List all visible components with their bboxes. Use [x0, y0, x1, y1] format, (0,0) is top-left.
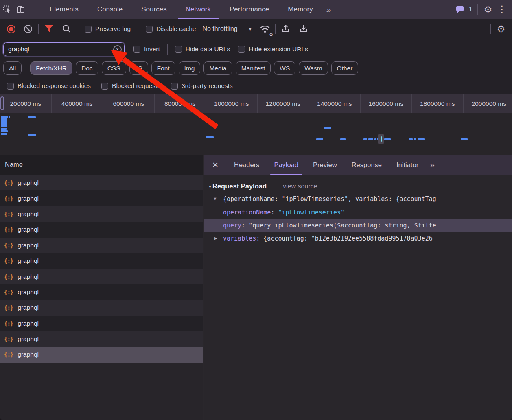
timeline-scroll-handle[interactable]: [0, 96, 4, 110]
expander-icon[interactable]: ▼: [214, 192, 217, 206]
name-column-header[interactable]: Name: [0, 155, 203, 175]
filter-chip-all[interactable]: All: [3, 61, 22, 75]
waterfall-bar[interactable]: [9, 116, 10, 118]
tab-sources[interactable]: Sources: [132, 0, 176, 19]
search-icon[interactable]: [60, 22, 74, 36]
filter-chip-wasm[interactable]: Wasm: [299, 61, 328, 75]
tab-network[interactable]: Network: [176, 0, 220, 19]
waterfall-bar[interactable]: [374, 138, 376, 140]
close-details-icon[interactable]: ✕: [204, 155, 227, 175]
request-row[interactable]: {:}graphql: [0, 300, 203, 315]
waterfall-bar[interactable]: [340, 138, 346, 140]
payload-entry-variables[interactable]: ▶variables: {accountTag: "b12e3b2192ee55…: [204, 232, 512, 245]
invert-checkbox[interactable]: Invert: [133, 46, 160, 53]
filter-chip-ws[interactable]: WS: [274, 61, 295, 75]
filter-input[interactable]: [3, 42, 125, 56]
waterfall-bar[interactable]: [418, 138, 425, 140]
waterfall-bar[interactable]: [414, 138, 416, 140]
waterfall-bar[interactable]: [1, 130, 8, 132]
checkbox-box[interactable]: [171, 83, 178, 90]
disable-cache-checkbox[interactable]: Disable cache: [146, 25, 196, 33]
detail-tab-initiator[interactable]: Initiator: [389, 155, 426, 175]
payload-entry-operationname[interactable]: operationName: "ipFlowTimeseries": [204, 206, 512, 219]
more-tabs-icon[interactable]: »: [322, 4, 335, 14]
checkbox-box[interactable]: [146, 26, 153, 33]
waterfall-bar[interactable]: [324, 127, 331, 129]
detail-tab-response[interactable]: Response: [344, 155, 389, 175]
waterfall-bar[interactable]: [1, 128, 7, 130]
checkbox-box[interactable]: [7, 83, 14, 90]
detail-tab-payload[interactable]: Payload: [267, 155, 306, 175]
waterfall-bar[interactable]: [1, 116, 8, 118]
waterfall-selected-marker[interactable]: [378, 134, 384, 144]
filter-chip-manifest[interactable]: Manifest: [236, 61, 271, 75]
request-row[interactable]: {:}graphql: [0, 331, 203, 347]
waterfall-bar[interactable]: [363, 138, 367, 140]
network-conditions-icon[interactable]: ⚙: [258, 22, 272, 36]
waterfall-bar[interactable]: [1, 120, 7, 122]
payload-entry-query[interactable]: query: "query ipFlowTimeseries($accountT…: [204, 219, 512, 232]
checkbox-box[interactable]: [85, 26, 92, 33]
throttling-dropdown[interactable]: No throttling ▼: [202, 25, 252, 33]
issues-icon[interactable]: [453, 2, 467, 16]
request-row[interactable]: {:}graphql: [0, 316, 203, 331]
filter-chip-doc[interactable]: Doc: [76, 61, 98, 75]
filter-funnel-icon[interactable]: [42, 22, 56, 36]
preserve-log-checkbox[interactable]: Preserve log: [85, 25, 131, 33]
tab-performance[interactable]: Performance: [220, 0, 278, 19]
hide-data-urls-checkbox[interactable]: Hide data URLs: [175, 46, 230, 53]
waterfall-bar[interactable]: [28, 116, 36, 118]
more-details-tabs-icon[interactable]: »: [426, 160, 438, 170]
checkbox-box[interactable]: [175, 46, 182, 52]
request-row[interactable]: {:}graphql: [0, 206, 203, 222]
request-row[interactable]: {:}graphql: [0, 238, 203, 253]
filter-chip-fetch-xhr[interactable]: Fetch/XHR: [30, 61, 72, 75]
3rd-party-requests-checkbox[interactable]: 3rd-party requests: [171, 82, 233, 90]
detail-tab-preview[interactable]: Preview: [306, 155, 344, 175]
waterfall-bar[interactable]: [28, 134, 36, 136]
waterfall-bar[interactable]: [1, 123, 7, 125]
request-row[interactable]: {:}graphql: [0, 253, 203, 269]
waterfall-bar[interactable]: [368, 138, 373, 140]
blocked-requests-checkbox[interactable]: Blocked requests: [101, 82, 160, 90]
collapse-section-icon[interactable]: ▾: [209, 184, 211, 189]
waterfall-bar[interactable]: [384, 138, 391, 140]
settings-gear-icon[interactable]: ⚙: [481, 2, 495, 16]
record-network-log-button[interactable]: [4, 22, 18, 36]
checkbox-box[interactable]: [238, 46, 245, 52]
request-row[interactable]: {:}graphql: [0, 284, 203, 300]
blocked-response-cookies-checkbox[interactable]: Blocked response cookies: [7, 82, 91, 90]
clear-filter-icon[interactable]: ✕: [113, 45, 122, 54]
checkbox-box[interactable]: [101, 83, 108, 90]
filter-chip-media[interactable]: Media: [203, 61, 232, 75]
inspect-element-icon[interactable]: [0, 2, 14, 16]
waterfall-bar[interactable]: [461, 138, 468, 140]
tab-elements[interactable]: Elements: [40, 0, 88, 19]
filter-chip-css[interactable]: CSS: [102, 61, 126, 75]
network-settings-gear-icon[interactable]: ⚙: [494, 22, 508, 36]
filter-chip-js[interactable]: JS: [129, 61, 148, 75]
device-toolbar-icon[interactable]: [14, 2, 28, 16]
view-source-link[interactable]: view source: [283, 183, 317, 190]
waterfall-bar[interactable]: [1, 133, 7, 135]
waterfall-bar[interactable]: [1, 118, 7, 120]
request-row[interactable]: {:}graphql: [0, 347, 203, 362]
clear-network-log-button[interactable]: [21, 22, 35, 36]
detail-tab-headers[interactable]: Headers: [227, 155, 267, 175]
import-har-icon[interactable]: [279, 22, 293, 36]
tab-memory[interactable]: Memory: [278, 0, 322, 19]
filter-chip-other[interactable]: Other: [331, 61, 359, 75]
payload-preview-line[interactable]: ▼ {operationName: "ipFlowTimeseries", va…: [204, 192, 512, 206]
waterfall-bar[interactable]: [316, 138, 323, 140]
filter-chip-font[interactable]: Font: [151, 61, 175, 75]
filter-chip-img[interactable]: Img: [179, 61, 201, 75]
waterfall-bar[interactable]: [409, 138, 413, 140]
request-row[interactable]: {:}graphql: [0, 190, 203, 206]
checkbox-box[interactable]: [133, 46, 140, 52]
request-row[interactable]: {:}graphql: [0, 175, 203, 190]
waterfall-bar[interactable]: [206, 136, 214, 138]
expander-icon[interactable]: ▶: [214, 232, 217, 245]
request-row[interactable]: {:}graphql: [0, 222, 203, 237]
network-overview-timeline[interactable]: 200000 ms400000 ms600000 ms800000 ms1000…: [0, 94, 512, 155]
export-har-icon[interactable]: [297, 22, 311, 36]
